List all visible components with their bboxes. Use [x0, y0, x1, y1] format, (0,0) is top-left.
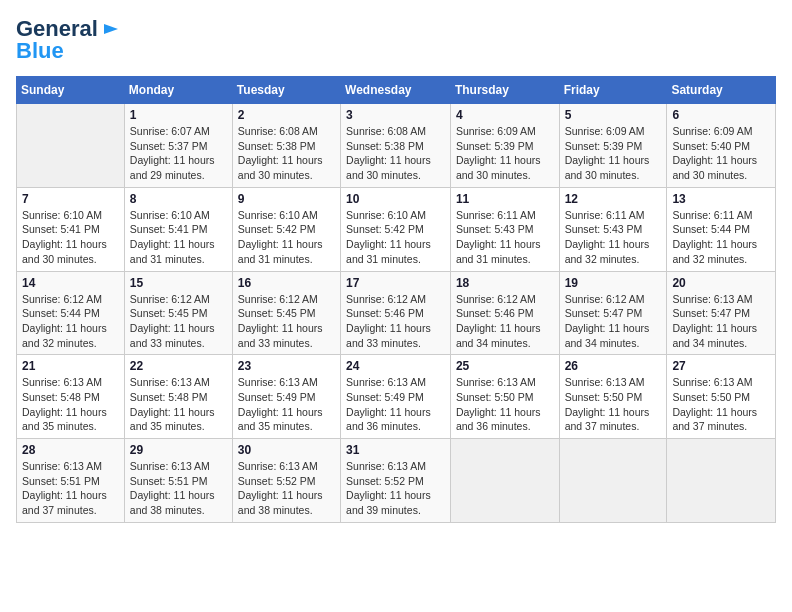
calendar-cell: 29Sunrise: 6:13 AM Sunset: 5:51 PM Dayli…: [124, 439, 232, 523]
day-number: 10: [346, 192, 445, 206]
cell-detail: Sunrise: 6:08 AM Sunset: 5:38 PM Dayligh…: [346, 124, 445, 183]
day-header-thursday: Thursday: [450, 77, 559, 104]
calendar-cell: 10Sunrise: 6:10 AM Sunset: 5:42 PM Dayli…: [341, 187, 451, 271]
cell-detail: Sunrise: 6:13 AM Sunset: 5:49 PM Dayligh…: [346, 375, 445, 434]
cell-detail: Sunrise: 6:13 AM Sunset: 5:48 PM Dayligh…: [22, 375, 119, 434]
cell-detail: Sunrise: 6:13 AM Sunset: 5:50 PM Dayligh…: [456, 375, 554, 434]
cell-detail: Sunrise: 6:13 AM Sunset: 5:50 PM Dayligh…: [672, 375, 770, 434]
day-number: 5: [565, 108, 662, 122]
day-number: 29: [130, 443, 227, 457]
day-number: 8: [130, 192, 227, 206]
day-header-wednesday: Wednesday: [341, 77, 451, 104]
calendar-cell: 7Sunrise: 6:10 AM Sunset: 5:41 PM Daylig…: [17, 187, 125, 271]
cell-detail: Sunrise: 6:10 AM Sunset: 5:42 PM Dayligh…: [346, 208, 445, 267]
calendar-cell: 9Sunrise: 6:10 AM Sunset: 5:42 PM Daylig…: [232, 187, 340, 271]
day-number: 15: [130, 276, 227, 290]
day-number: 18: [456, 276, 554, 290]
day-header-monday: Monday: [124, 77, 232, 104]
calendar-cell: 19Sunrise: 6:12 AM Sunset: 5:47 PM Dayli…: [559, 271, 667, 355]
cell-detail: Sunrise: 6:11 AM Sunset: 5:43 PM Dayligh…: [456, 208, 554, 267]
day-header-sunday: Sunday: [17, 77, 125, 104]
calendar-cell: [559, 439, 667, 523]
calendar-cell: 11Sunrise: 6:11 AM Sunset: 5:43 PM Dayli…: [450, 187, 559, 271]
week-row-1: 1Sunrise: 6:07 AM Sunset: 5:37 PM Daylig…: [17, 104, 776, 188]
day-number: 9: [238, 192, 335, 206]
cell-detail: Sunrise: 6:09 AM Sunset: 5:39 PM Dayligh…: [456, 124, 554, 183]
calendar-cell: 3Sunrise: 6:08 AM Sunset: 5:38 PM Daylig…: [341, 104, 451, 188]
cell-detail: Sunrise: 6:13 AM Sunset: 5:49 PM Dayligh…: [238, 375, 335, 434]
cell-detail: Sunrise: 6:13 AM Sunset: 5:47 PM Dayligh…: [672, 292, 770, 351]
logo-bird-icon: [100, 20, 118, 38]
days-of-week-row: SundayMondayTuesdayWednesdayThursdayFrid…: [17, 77, 776, 104]
calendar-cell: 23Sunrise: 6:13 AM Sunset: 5:49 PM Dayli…: [232, 355, 340, 439]
day-number: 19: [565, 276, 662, 290]
day-number: 23: [238, 359, 335, 373]
calendar-cell: 25Sunrise: 6:13 AM Sunset: 5:50 PM Dayli…: [450, 355, 559, 439]
calendar-cell: 13Sunrise: 6:11 AM Sunset: 5:44 PM Dayli…: [667, 187, 776, 271]
calendar-cell: 31Sunrise: 6:13 AM Sunset: 5:52 PM Dayli…: [341, 439, 451, 523]
cell-detail: Sunrise: 6:12 AM Sunset: 5:47 PM Dayligh…: [565, 292, 662, 351]
svg-marker-0: [104, 24, 118, 34]
day-number: 16: [238, 276, 335, 290]
week-row-2: 7Sunrise: 6:10 AM Sunset: 5:41 PM Daylig…: [17, 187, 776, 271]
calendar-cell: 6Sunrise: 6:09 AM Sunset: 5:40 PM Daylig…: [667, 104, 776, 188]
cell-detail: Sunrise: 6:13 AM Sunset: 5:52 PM Dayligh…: [238, 459, 335, 518]
day-number: 2: [238, 108, 335, 122]
calendar-table: SundayMondayTuesdayWednesdayThursdayFrid…: [16, 76, 776, 523]
day-number: 13: [672, 192, 770, 206]
day-number: 11: [456, 192, 554, 206]
calendar-cell: 17Sunrise: 6:12 AM Sunset: 5:46 PM Dayli…: [341, 271, 451, 355]
cell-detail: Sunrise: 6:10 AM Sunset: 5:42 PM Dayligh…: [238, 208, 335, 267]
day-number: 25: [456, 359, 554, 373]
calendar-cell: 26Sunrise: 6:13 AM Sunset: 5:50 PM Dayli…: [559, 355, 667, 439]
day-header-friday: Friday: [559, 77, 667, 104]
calendar-cell: 20Sunrise: 6:13 AM Sunset: 5:47 PM Dayli…: [667, 271, 776, 355]
cell-detail: Sunrise: 6:12 AM Sunset: 5:46 PM Dayligh…: [346, 292, 445, 351]
day-number: 7: [22, 192, 119, 206]
day-header-saturday: Saturday: [667, 77, 776, 104]
calendar-cell: 15Sunrise: 6:12 AM Sunset: 5:45 PM Dayli…: [124, 271, 232, 355]
day-number: 3: [346, 108, 445, 122]
calendar-cell: 27Sunrise: 6:13 AM Sunset: 5:50 PM Dayli…: [667, 355, 776, 439]
day-number: 24: [346, 359, 445, 373]
day-number: 28: [22, 443, 119, 457]
week-row-4: 21Sunrise: 6:13 AM Sunset: 5:48 PM Dayli…: [17, 355, 776, 439]
cell-detail: Sunrise: 6:09 AM Sunset: 5:39 PM Dayligh…: [565, 124, 662, 183]
cell-detail: Sunrise: 6:10 AM Sunset: 5:41 PM Dayligh…: [130, 208, 227, 267]
day-number: 31: [346, 443, 445, 457]
day-number: 26: [565, 359, 662, 373]
calendar-cell: [667, 439, 776, 523]
calendar-cell: 22Sunrise: 6:13 AM Sunset: 5:48 PM Dayli…: [124, 355, 232, 439]
logo-blue: Blue: [16, 38, 64, 64]
cell-detail: Sunrise: 6:13 AM Sunset: 5:51 PM Dayligh…: [130, 459, 227, 518]
cell-detail: Sunrise: 6:11 AM Sunset: 5:44 PM Dayligh…: [672, 208, 770, 267]
calendar-cell: [450, 439, 559, 523]
cell-detail: Sunrise: 6:12 AM Sunset: 5:46 PM Dayligh…: [456, 292, 554, 351]
calendar-cell: 8Sunrise: 6:10 AM Sunset: 5:41 PM Daylig…: [124, 187, 232, 271]
calendar-cell: 1Sunrise: 6:07 AM Sunset: 5:37 PM Daylig…: [124, 104, 232, 188]
logo: General Blue: [16, 16, 118, 64]
day-number: 21: [22, 359, 119, 373]
day-number: 1: [130, 108, 227, 122]
day-header-tuesday: Tuesday: [232, 77, 340, 104]
page-header: General Blue: [16, 16, 776, 64]
cell-detail: Sunrise: 6:07 AM Sunset: 5:37 PM Dayligh…: [130, 124, 227, 183]
cell-detail: Sunrise: 6:13 AM Sunset: 5:52 PM Dayligh…: [346, 459, 445, 518]
day-number: 20: [672, 276, 770, 290]
calendar-cell: [17, 104, 125, 188]
calendar-cell: 5Sunrise: 6:09 AM Sunset: 5:39 PM Daylig…: [559, 104, 667, 188]
day-number: 4: [456, 108, 554, 122]
day-number: 30: [238, 443, 335, 457]
cell-detail: Sunrise: 6:12 AM Sunset: 5:45 PM Dayligh…: [238, 292, 335, 351]
day-number: 27: [672, 359, 770, 373]
calendar-cell: 21Sunrise: 6:13 AM Sunset: 5:48 PM Dayli…: [17, 355, 125, 439]
cell-detail: Sunrise: 6:12 AM Sunset: 5:44 PM Dayligh…: [22, 292, 119, 351]
calendar-cell: 12Sunrise: 6:11 AM Sunset: 5:43 PM Dayli…: [559, 187, 667, 271]
calendar-cell: 18Sunrise: 6:12 AM Sunset: 5:46 PM Dayli…: [450, 271, 559, 355]
calendar-cell: 24Sunrise: 6:13 AM Sunset: 5:49 PM Dayli…: [341, 355, 451, 439]
cell-detail: Sunrise: 6:12 AM Sunset: 5:45 PM Dayligh…: [130, 292, 227, 351]
cell-detail: Sunrise: 6:08 AM Sunset: 5:38 PM Dayligh…: [238, 124, 335, 183]
cell-detail: Sunrise: 6:11 AM Sunset: 5:43 PM Dayligh…: [565, 208, 662, 267]
calendar-cell: 4Sunrise: 6:09 AM Sunset: 5:39 PM Daylig…: [450, 104, 559, 188]
day-number: 6: [672, 108, 770, 122]
